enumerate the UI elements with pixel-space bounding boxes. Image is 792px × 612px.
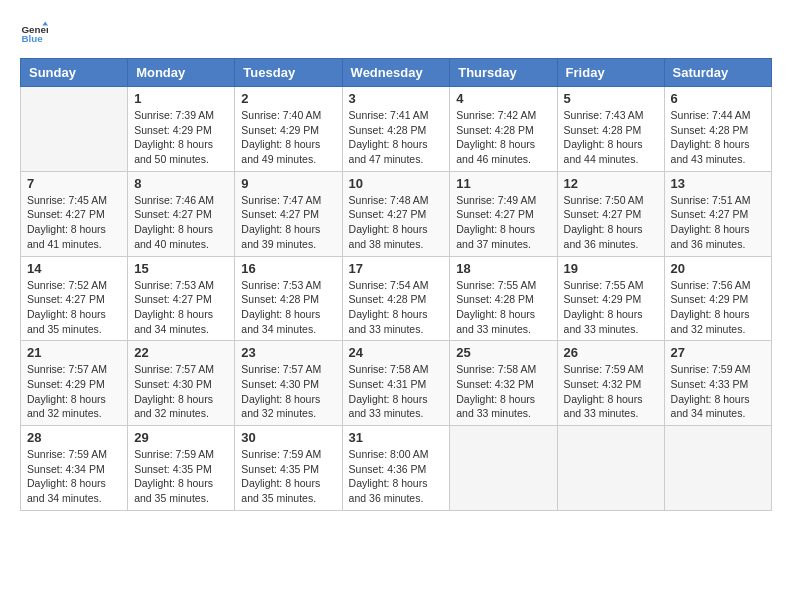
day-number: 16 (241, 261, 335, 276)
day-info: Sunrise: 7:45 AM Sunset: 4:27 PM Dayligh… (27, 193, 121, 252)
day-info: Sunrise: 7:56 AM Sunset: 4:29 PM Dayligh… (671, 278, 765, 337)
weekday-header-row: SundayMondayTuesdayWednesdayThursdayFrid… (21, 59, 772, 87)
day-info: Sunrise: 7:47 AM Sunset: 4:27 PM Dayligh… (241, 193, 335, 252)
weekday-header: Sunday (21, 59, 128, 87)
day-info: Sunrise: 7:54 AM Sunset: 4:28 PM Dayligh… (349, 278, 444, 337)
calendar-cell: 13Sunrise: 7:51 AM Sunset: 4:27 PM Dayli… (664, 171, 771, 256)
day-number: 22 (134, 345, 228, 360)
day-info: Sunrise: 7:58 AM Sunset: 4:31 PM Dayligh… (349, 362, 444, 421)
weekday-header: Thursday (450, 59, 557, 87)
day-info: Sunrise: 7:43 AM Sunset: 4:28 PM Dayligh… (564, 108, 658, 167)
weekday-header: Saturday (664, 59, 771, 87)
day-number: 10 (349, 176, 444, 191)
day-number: 8 (134, 176, 228, 191)
calendar-week-row: 1Sunrise: 7:39 AM Sunset: 4:29 PM Daylig… (21, 87, 772, 172)
calendar-cell (450, 426, 557, 511)
logo: General Blue (20, 20, 52, 48)
calendar-cell: 21Sunrise: 7:57 AM Sunset: 4:29 PM Dayli… (21, 341, 128, 426)
day-info: Sunrise: 7:59 AM Sunset: 4:34 PM Dayligh… (27, 447, 121, 506)
calendar-cell: 17Sunrise: 7:54 AM Sunset: 4:28 PM Dayli… (342, 256, 450, 341)
day-number: 17 (349, 261, 444, 276)
day-number: 14 (27, 261, 121, 276)
svg-text:Blue: Blue (21, 33, 43, 44)
day-number: 18 (456, 261, 550, 276)
calendar-cell: 8Sunrise: 7:46 AM Sunset: 4:27 PM Daylig… (128, 171, 235, 256)
weekday-header: Tuesday (235, 59, 342, 87)
weekday-header: Monday (128, 59, 235, 87)
calendar-cell (557, 426, 664, 511)
day-number: 1 (134, 91, 228, 106)
calendar-cell: 6Sunrise: 7:44 AM Sunset: 4:28 PM Daylig… (664, 87, 771, 172)
calendar-table: SundayMondayTuesdayWednesdayThursdayFrid… (20, 58, 772, 511)
day-number: 7 (27, 176, 121, 191)
day-number: 30 (241, 430, 335, 445)
calendar-week-row: 28Sunrise: 7:59 AM Sunset: 4:34 PM Dayli… (21, 426, 772, 511)
day-number: 2 (241, 91, 335, 106)
day-info: Sunrise: 7:40 AM Sunset: 4:29 PM Dayligh… (241, 108, 335, 167)
weekday-header: Friday (557, 59, 664, 87)
day-info: Sunrise: 7:52 AM Sunset: 4:27 PM Dayligh… (27, 278, 121, 337)
day-info: Sunrise: 7:50 AM Sunset: 4:27 PM Dayligh… (564, 193, 658, 252)
day-number: 24 (349, 345, 444, 360)
calendar-cell: 15Sunrise: 7:53 AM Sunset: 4:27 PM Dayli… (128, 256, 235, 341)
day-number: 20 (671, 261, 765, 276)
day-info: Sunrise: 7:55 AM Sunset: 4:28 PM Dayligh… (456, 278, 550, 337)
calendar-cell: 20Sunrise: 7:56 AM Sunset: 4:29 PM Dayli… (664, 256, 771, 341)
day-number: 4 (456, 91, 550, 106)
day-number: 23 (241, 345, 335, 360)
calendar-cell: 18Sunrise: 7:55 AM Sunset: 4:28 PM Dayli… (450, 256, 557, 341)
calendar-cell: 23Sunrise: 7:57 AM Sunset: 4:30 PM Dayli… (235, 341, 342, 426)
calendar-cell: 3Sunrise: 7:41 AM Sunset: 4:28 PM Daylig… (342, 87, 450, 172)
day-number: 15 (134, 261, 228, 276)
calendar-cell: 9Sunrise: 7:47 AM Sunset: 4:27 PM Daylig… (235, 171, 342, 256)
day-info: Sunrise: 7:49 AM Sunset: 4:27 PM Dayligh… (456, 193, 550, 252)
day-number: 28 (27, 430, 121, 445)
calendar-cell: 28Sunrise: 7:59 AM Sunset: 4:34 PM Dayli… (21, 426, 128, 511)
day-info: Sunrise: 7:57 AM Sunset: 4:30 PM Dayligh… (241, 362, 335, 421)
calendar-week-row: 21Sunrise: 7:57 AM Sunset: 4:29 PM Dayli… (21, 341, 772, 426)
day-info: Sunrise: 7:51 AM Sunset: 4:27 PM Dayligh… (671, 193, 765, 252)
day-number: 12 (564, 176, 658, 191)
calendar-cell: 14Sunrise: 7:52 AM Sunset: 4:27 PM Dayli… (21, 256, 128, 341)
day-info: Sunrise: 7:39 AM Sunset: 4:29 PM Dayligh… (134, 108, 228, 167)
calendar-week-row: 14Sunrise: 7:52 AM Sunset: 4:27 PM Dayli… (21, 256, 772, 341)
page-header: General Blue (20, 20, 772, 48)
day-info: Sunrise: 7:53 AM Sunset: 4:28 PM Dayligh… (241, 278, 335, 337)
day-info: Sunrise: 8:00 AM Sunset: 4:36 PM Dayligh… (349, 447, 444, 506)
calendar-cell: 24Sunrise: 7:58 AM Sunset: 4:31 PM Dayli… (342, 341, 450, 426)
day-info: Sunrise: 7:59 AM Sunset: 4:33 PM Dayligh… (671, 362, 765, 421)
day-info: Sunrise: 7:57 AM Sunset: 4:29 PM Dayligh… (27, 362, 121, 421)
day-info: Sunrise: 7:41 AM Sunset: 4:28 PM Dayligh… (349, 108, 444, 167)
day-info: Sunrise: 7:55 AM Sunset: 4:29 PM Dayligh… (564, 278, 658, 337)
weekday-header: Wednesday (342, 59, 450, 87)
day-info: Sunrise: 7:57 AM Sunset: 4:30 PM Dayligh… (134, 362, 228, 421)
day-number: 3 (349, 91, 444, 106)
day-number: 27 (671, 345, 765, 360)
day-number: 26 (564, 345, 658, 360)
calendar-cell: 2Sunrise: 7:40 AM Sunset: 4:29 PM Daylig… (235, 87, 342, 172)
calendar-cell: 29Sunrise: 7:59 AM Sunset: 4:35 PM Dayli… (128, 426, 235, 511)
day-info: Sunrise: 7:46 AM Sunset: 4:27 PM Dayligh… (134, 193, 228, 252)
day-number: 19 (564, 261, 658, 276)
calendar-cell: 31Sunrise: 8:00 AM Sunset: 4:36 PM Dayli… (342, 426, 450, 511)
calendar-cell: 25Sunrise: 7:58 AM Sunset: 4:32 PM Dayli… (450, 341, 557, 426)
calendar-cell: 1Sunrise: 7:39 AM Sunset: 4:29 PM Daylig… (128, 87, 235, 172)
day-info: Sunrise: 7:59 AM Sunset: 4:35 PM Dayligh… (134, 447, 228, 506)
day-number: 29 (134, 430, 228, 445)
day-info: Sunrise: 7:42 AM Sunset: 4:28 PM Dayligh… (456, 108, 550, 167)
calendar-cell: 27Sunrise: 7:59 AM Sunset: 4:33 PM Dayli… (664, 341, 771, 426)
day-number: 11 (456, 176, 550, 191)
day-number: 13 (671, 176, 765, 191)
day-info: Sunrise: 7:53 AM Sunset: 4:27 PM Dayligh… (134, 278, 228, 337)
day-info: Sunrise: 7:58 AM Sunset: 4:32 PM Dayligh… (456, 362, 550, 421)
calendar-cell (21, 87, 128, 172)
calendar-cell: 22Sunrise: 7:57 AM Sunset: 4:30 PM Dayli… (128, 341, 235, 426)
day-info: Sunrise: 7:59 AM Sunset: 4:32 PM Dayligh… (564, 362, 658, 421)
day-number: 21 (27, 345, 121, 360)
day-number: 31 (349, 430, 444, 445)
calendar-cell: 30Sunrise: 7:59 AM Sunset: 4:35 PM Dayli… (235, 426, 342, 511)
calendar-cell: 5Sunrise: 7:43 AM Sunset: 4:28 PM Daylig… (557, 87, 664, 172)
day-number: 6 (671, 91, 765, 106)
calendar-cell: 12Sunrise: 7:50 AM Sunset: 4:27 PM Dayli… (557, 171, 664, 256)
calendar-week-row: 7Sunrise: 7:45 AM Sunset: 4:27 PM Daylig… (21, 171, 772, 256)
